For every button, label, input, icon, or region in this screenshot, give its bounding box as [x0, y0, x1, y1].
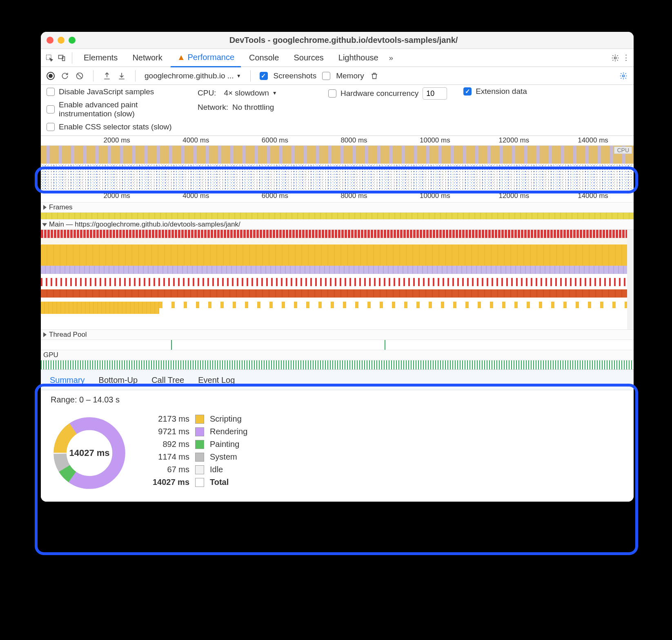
- cpu-chart-label: CPU: [614, 147, 632, 154]
- gpu-track-label: GPU: [43, 351, 58, 359]
- settings-icon[interactable]: [611, 53, 620, 62]
- cpu-throttle-select[interactable]: 4× slowdown ▼: [220, 87, 280, 99]
- gpu-track[interactable]: [41, 360, 634, 369]
- cpu-label: CPU:: [198, 89, 216, 98]
- thread-pool-track-header[interactable]: Thread Pool: [41, 329, 634, 340]
- reload-icon[interactable]: [60, 71, 69, 80]
- legend-value: 2173 ms: [145, 414, 189, 424]
- scrollbar[interactable]: [627, 230, 634, 329]
- capture-settings-icon[interactable]: [619, 71, 628, 80]
- warning-icon: ▲: [177, 53, 185, 62]
- disclosure-triangle-icon: [42, 223, 47, 227]
- divider: [250, 70, 251, 82]
- screenshots-strip[interactable]: [41, 164, 634, 191]
- thread-pool-track[interactable]: [41, 340, 634, 350]
- chevron-down-icon: ▼: [236, 73, 241, 79]
- css-stats-checkbox[interactable]: [47, 123, 55, 131]
- frames-track-header[interactable]: Frames: [41, 202, 634, 213]
- svg-point-3: [614, 57, 616, 59]
- tab-sources[interactable]: Sources: [287, 49, 330, 67]
- memory-label: Memory: [336, 71, 364, 80]
- more-tabs-icon[interactable]: »: [387, 53, 396, 62]
- clear-icon[interactable]: [75, 71, 84, 80]
- extension-data-checkbox[interactable]: [463, 87, 472, 96]
- tab-console[interactable]: Console: [243, 49, 285, 67]
- hw-concurrency-checkbox[interactable]: [328, 89, 336, 98]
- main-flame-chart[interactable]: [41, 230, 634, 329]
- legend-name: Painting: [210, 440, 247, 449]
- hw-concurrency-input[interactable]: [423, 87, 447, 100]
- cpu-chart[interactable]: CPU: [41, 146, 634, 164]
- gc-icon[interactable]: [370, 71, 379, 80]
- svg-point-5: [623, 75, 625, 77]
- inspect-element-icon[interactable]: [44, 53, 55, 63]
- chevron-down-icon: ▼: [272, 90, 277, 96]
- memory-checkbox[interactable]: [322, 72, 330, 80]
- screenshots-label: Screenshots: [274, 71, 317, 80]
- extension-data-label: Extension data: [476, 87, 527, 96]
- divider: [72, 52, 72, 64]
- tab-lighthouse[interactable]: Lighthouse: [332, 49, 385, 67]
- donut-center-label: 14027 ms: [51, 414, 128, 492]
- flame-ruler[interactable]: 2000 ms4000 ms6000 ms8000 ms10000 ms1200…: [41, 191, 634, 202]
- legend-name: Scripting: [210, 414, 247, 424]
- tab-event-log[interactable]: Event Log: [197, 374, 236, 387]
- summary-range: Range: 0 – 14.03 s: [51, 395, 624, 404]
- hw-concurrency-label: Hardware concurrency: [340, 89, 418, 98]
- legend-name: System: [210, 452, 247, 462]
- paint-instr-label: Enable advanced paint instrumentation (s…: [59, 100, 181, 118]
- legend-swatch: [195, 440, 204, 449]
- legend-value: 1174 ms: [145, 452, 189, 462]
- main-track-label: Main — https://googlechrome.github.io/de…: [49, 220, 240, 229]
- disable-js-label: Disable JavaScript samples: [59, 87, 154, 96]
- window-title: DevTools - googlechrome.github.io/devtoo…: [59, 36, 628, 45]
- drawer-tabs: Summary Bottom-Up Call Tree Event Log: [41, 369, 634, 390]
- disclosure-triangle-icon: [43, 332, 47, 337]
- tab-network[interactable]: Network: [126, 49, 169, 67]
- record-button[interactable]: [47, 72, 55, 80]
- legend-name: Rendering: [210, 427, 247, 436]
- css-stats-label: Enable CSS selector stats (slow): [59, 122, 172, 131]
- main-track-header[interactable]: Main — https://googlechrome.github.io/de…: [41, 219, 634, 230]
- legend-total-value: 14027 ms: [145, 478, 189, 487]
- perf-toolbar: googlechrome.github.io ... ▼ Screenshots…: [41, 67, 634, 85]
- divider: [93, 70, 93, 82]
- kebab-menu-icon[interactable]: ⋮: [621, 53, 630, 62]
- tab-performance-label: Performance: [188, 53, 235, 62]
- close-icon[interactable]: [47, 37, 53, 44]
- cpu-throttle-value: 4× slowdown: [224, 89, 269, 98]
- gpu-track-header[interactable]: GPU: [41, 350, 634, 360]
- legend-swatch: [195, 465, 204, 474]
- overview-ruler[interactable]: 2000 ms4000 ms6000 ms8000 ms10000 ms1200…: [41, 136, 634, 146]
- legend-total-label: Total: [210, 478, 247, 487]
- network-label: Network:: [198, 103, 228, 112]
- tab-performance[interactable]: ▲ Performance: [171, 49, 241, 67]
- summary-donut-chart: 14027 ms: [51, 414, 128, 492]
- titlebar: DevTools - googlechrome.github.io/devtoo…: [41, 32, 634, 49]
- panel-tabs: Elements Network ▲ Performance Console S…: [41, 49, 634, 67]
- summary-legend: 2173 msScripting9721 msRendering892 msPa…: [145, 414, 247, 487]
- frames-track[interactable]: [41, 213, 634, 219]
- legend-value: 892 ms: [145, 440, 189, 449]
- upload-icon[interactable]: [102, 71, 111, 80]
- summary-panel: 14027 ms 2173 msScripting9721 msRenderin…: [41, 409, 634, 502]
- legend-name: Idle: [210, 465, 247, 474]
- network-value: No throttling: [232, 103, 274, 112]
- thread-pool-track-label: Thread Pool: [49, 331, 87, 339]
- disable-js-checkbox[interactable]: [47, 88, 55, 96]
- legend-swatch: [195, 453, 204, 462]
- tab-call-tree[interactable]: Call Tree: [151, 374, 185, 387]
- device-toggle-icon[interactable]: [56, 53, 67, 63]
- host-selector[interactable]: googlechrome.github.io ... ▼: [145, 71, 241, 80]
- tab-bottom-up[interactable]: Bottom-Up: [98, 374, 139, 387]
- legend-swatch: [195, 415, 204, 424]
- download-icon[interactable]: [117, 71, 126, 80]
- screenshots-checkbox[interactable]: [260, 72, 268, 80]
- tab-elements[interactable]: Elements: [77, 49, 124, 67]
- divider: [135, 70, 136, 82]
- tab-summary[interactable]: Summary: [49, 374, 86, 387]
- paint-instr-checkbox[interactable]: [47, 105, 55, 113]
- legend-value: 9721 ms: [145, 427, 189, 436]
- devtools-window: DevTools - googlechrome.github.io/devtoo…: [41, 32, 634, 502]
- disclosure-triangle-icon: [43, 205, 47, 210]
